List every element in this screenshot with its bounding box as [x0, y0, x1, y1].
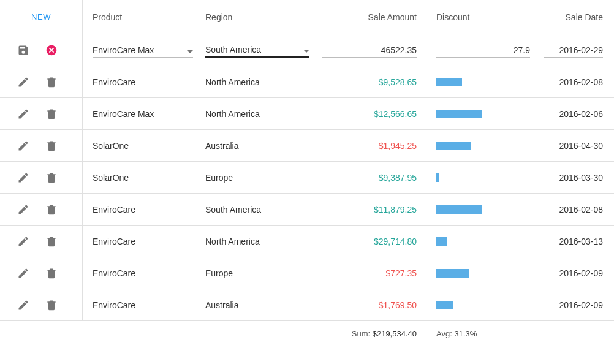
table-row: SolarOneAustralia$1,945.252016-04-30	[0, 130, 614, 162]
amount-cell: $9,387.95	[322, 173, 423, 183]
row-actions	[0, 162, 83, 193]
delete-button[interactable]	[45, 299, 58, 311]
trash-icon	[45, 203, 58, 216]
edit-button[interactable]	[17, 203, 29, 216]
pencil-icon	[17, 172, 29, 184]
discount-bar	[436, 269, 469, 278]
discount-bar	[436, 142, 471, 150]
product-cell: EnviroCare Max	[83, 109, 205, 119]
cancel-icon	[45, 44, 58, 56]
amount-cell: $1,769.50	[322, 300, 423, 310]
row-actions	[0, 257, 83, 289]
trash-icon	[45, 235, 58, 248]
edit-button[interactable]	[17, 267, 29, 279]
product-cell: SolarOne	[83, 141, 205, 151]
edit-button[interactable]	[17, 76, 29, 88]
region-cell: North America	[205, 237, 322, 246]
trash-icon	[45, 76, 58, 88]
date-cell[interactable]	[544, 43, 603, 58]
table-row: SolarOneEurope$9,387.952016-03-30	[0, 162, 614, 194]
table-row: EnviroCareAustralia$1,769.502016-02-09	[0, 289, 614, 321]
amount-cell[interactable]	[322, 43, 417, 58]
amount-cell: $11,879.25	[322, 205, 423, 214]
trash-icon	[45, 172, 58, 184]
delete-button[interactable]	[45, 108, 58, 120]
discount-cell	[423, 301, 530, 309]
product-dropdown[interactable]	[93, 43, 193, 58]
product-cell: EnviroCare	[83, 205, 205, 214]
edit-button[interactable]	[17, 140, 29, 152]
chevron-down-icon	[303, 45, 309, 55]
region-input[interactable]	[205, 45, 303, 55]
table-row: EnviroCareEurope$727.352016-02-09	[0, 257, 614, 289]
save-icon	[17, 44, 29, 56]
row-actions	[0, 98, 83, 129]
header-product[interactable]: Product	[83, 12, 205, 22]
delete-button[interactable]	[45, 172, 58, 184]
data-grid: NEW Product Region Sale Amount Discount …	[0, 0, 614, 346]
date-cell: 2016-02-08	[544, 205, 614, 214]
delete-button[interactable]	[45, 140, 58, 152]
region-cell: Europe	[205, 268, 322, 278]
cancel-button[interactable]	[45, 44, 58, 56]
header-date[interactable]: Sale Date	[544, 12, 614, 22]
discount-bar	[436, 301, 453, 309]
region-dropdown[interactable]	[205, 42, 309, 58]
new-button[interactable]: NEW	[31, 12, 51, 21]
discount-cell[interactable]	[436, 43, 530, 58]
header-discount[interactable]: Discount	[423, 12, 530, 22]
header-row: NEW Product Region Sale Amount Discount …	[0, 0, 614, 34]
edit-row-actions	[0, 34, 83, 66]
edit-button[interactable]	[17, 172, 29, 184]
product-cell: SolarOne	[83, 173, 205, 183]
delete-button[interactable]	[45, 203, 58, 216]
chevron-down-icon	[187, 45, 193, 55]
avg-label: Avg:	[436, 329, 452, 338]
discount-cell	[423, 110, 530, 118]
date-cell: 2016-03-30	[544, 173, 614, 183]
pencil-icon	[17, 108, 29, 120]
date-cell: 2016-04-30	[544, 141, 614, 151]
amount-cell: $9,528.65	[322, 77, 423, 87]
pencil-icon	[17, 203, 29, 216]
date-cell: 2016-03-13	[544, 237, 614, 246]
row-actions	[0, 226, 83, 257]
edit-button[interactable]	[17, 299, 29, 311]
pencil-icon	[17, 299, 29, 311]
table-row: EnviroCareNorth America$9,528.652016-02-…	[0, 66, 614, 98]
trash-icon	[45, 299, 58, 311]
row-actions	[0, 194, 83, 225]
product-input[interactable]	[93, 45, 187, 55]
edit-button[interactable]	[17, 108, 29, 120]
region-cell: North America	[205, 77, 322, 87]
product-cell: EnviroCare	[83, 268, 205, 278]
table-row: EnviroCare MaxNorth America$12,566.65201…	[0, 98, 614, 130]
amount-input[interactable]	[322, 45, 417, 55]
table-row: EnviroCareSouth America$11,879.252016-02…	[0, 194, 614, 226]
table-row: EnviroCareNorth America$29,714.802016-03…	[0, 226, 614, 257]
header-amount[interactable]: Sale Amount	[322, 12, 423, 22]
pencil-icon	[17, 267, 29, 279]
edit-button[interactable]	[17, 235, 29, 248]
delete-button[interactable]	[45, 76, 58, 88]
header-actions: NEW	[0, 0, 83, 34]
save-button[interactable]	[17, 44, 29, 56]
delete-button[interactable]	[45, 267, 58, 279]
amount-cell: $29,714.80	[322, 237, 423, 246]
region-cell: Europe	[205, 173, 322, 183]
date-input[interactable]	[544, 45, 603, 55]
amount-cell: $1,945.25	[322, 141, 423, 151]
delete-button[interactable]	[45, 235, 58, 248]
row-actions	[0, 289, 83, 320]
region-cell: Australia	[205, 141, 322, 151]
discount-cell	[423, 142, 530, 150]
amount-cell: $12,566.65	[322, 109, 423, 119]
edit-row	[0, 34, 614, 66]
discount-input[interactable]	[436, 45, 530, 55]
region-cell: North America	[205, 109, 322, 119]
row-actions	[0, 130, 83, 161]
pencil-icon	[17, 235, 29, 248]
header-region[interactable]: Region	[205, 12, 322, 22]
product-cell: EnviroCare	[83, 300, 205, 310]
discount-bar	[436, 78, 462, 86]
